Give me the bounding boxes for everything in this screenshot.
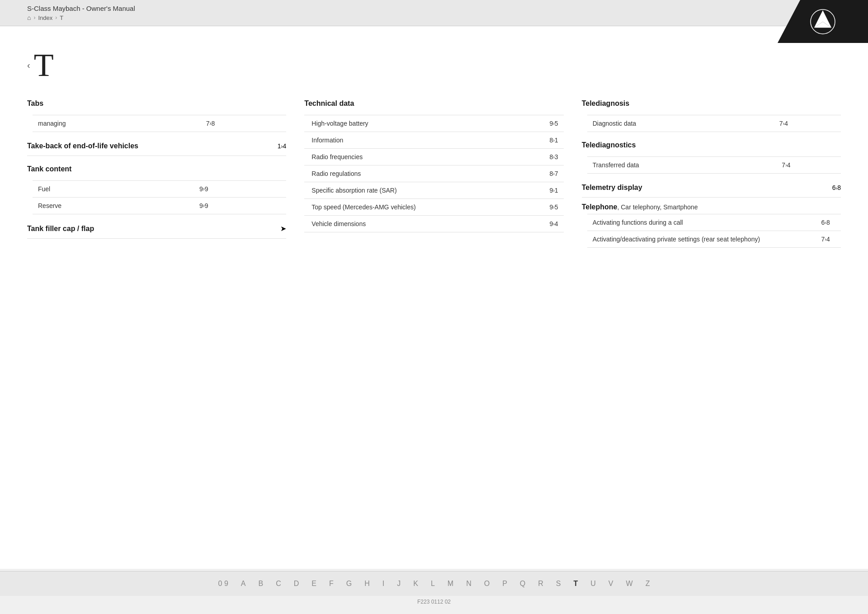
section-takeback-heading: Take-back of end-of-life vehicles [27,142,138,150]
alpha-D[interactable]: D [294,580,299,588]
item-page-information: 8›1 [526,132,563,149]
page-ref: 7›4 [779,120,788,127]
alpha-M[interactable]: M [448,580,453,588]
table-row: Diagnostic data 7›4 [587,115,841,132]
section-telephone-heading: Telephone [582,203,618,211]
index-grid: Tabs managing 7›8 Take-back of end-of-li… [27,99,841,248]
header-left: S-Class Maybach - Owner's Manual ⌂ › Ind… [27,5,135,21]
item-label-activating-private: Activating/deactivating private settings… [587,231,816,248]
breadcrumb-current: T [60,14,63,21]
section-telemetry-heading: Telemetry display [582,184,642,192]
telediagnostics-table: Transferred data 7›4 [587,156,841,174]
alpha-B[interactable]: B [259,580,264,588]
table-row: Transferred data 7›4 [587,157,841,174]
alpha-Q[interactable]: Q [520,580,525,588]
item-label: managing [33,115,201,132]
alpha-W[interactable]: W [626,580,633,588]
breadcrumb: ⌂ › Index › T [27,14,135,21]
page-ref: 8›3 [549,153,558,161]
page-ref: 9›9 [199,185,208,193]
telephone-extra: , Car telephony, Smartphone [617,203,698,211]
section-technical-data-heading: Technical data [304,99,563,108]
section-telediagnosis-heading: Telediagnosis [582,99,841,108]
item-page-radio-reg: 8›7 [526,165,563,182]
table-row: Radio frequencies 8›3 [304,149,563,165]
letter-heading: ‹ T [27,49,841,81]
breadcrumb-sep-2: › [55,14,57,21]
alpha-I[interactable]: I [382,580,384,588]
page-ref: 9›4 [549,220,558,227]
page-ref: 6›8 [821,219,830,226]
footer: F223 0112 02 [0,594,868,609]
page-ref: 7›4 [821,236,830,243]
alpha-Z[interactable]: Z [646,580,650,588]
item-page-reserve: 9›9 [194,198,286,214]
item-page-activating-private: 7›4 [816,231,841,248]
alphabet-bar: 0 9 A B C D E F G H I J K L M N O P Q R … [0,571,868,596]
item-page-diagdata: 7›4 [774,115,841,132]
takeback-page: 1›4 [278,142,287,150]
alpha-S[interactable]: S [556,580,561,588]
item-page-activating-call: 6›8 [816,214,841,231]
table-row: Reserve 9›9 [33,198,286,214]
table-row: Fuel 9›9 [33,181,286,198]
alpha-R[interactable]: R [538,580,543,588]
item-label-topspeed: Top speed (Mercedes-AMG vehicles) [304,199,526,216]
column-2: Technical data High-voltage battery 9›5 … [304,99,563,248]
alpha-N[interactable]: N [466,580,472,588]
section-tabs-heading: Tabs [27,99,286,108]
telephone-section: Telephone, Car telephony, Smartphone [582,198,841,214]
alpha-E[interactable]: E [311,580,316,588]
telemetry-page: 6›8 [832,184,841,191]
alpha-H[interactable]: H [364,580,370,588]
item-page-hvbattery: 9›5 [526,115,563,132]
item-label-transferred: Transferred data [587,157,777,174]
table-row: Radio regulations 8›7 [304,165,563,182]
item-label-reserve: Reserve [33,198,194,214]
alpha-T[interactable]: T [574,580,578,588]
alpha-U[interactable]: U [590,580,596,588]
item-label-fuel: Fuel [33,181,194,198]
item-label-activating-call: Activating functions during a call [587,214,816,231]
table-row: Activating/deactivating private settings… [587,231,841,248]
item-page-sar: 9›1 [526,182,563,199]
section-telediagnostics-heading: Telediagnostics [582,141,841,149]
table-row: Vehicle dimensions 9›4 [304,216,563,232]
item-label-diagdata: Diagnostic data [587,115,774,132]
table-row: Top speed (Mercedes-AMG vehicles) 9›5 [304,199,563,216]
telemetry-row: Telemetry display 6›8 [582,178,841,198]
document-title: S-Class Maybach - Owner's Manual [27,5,135,12]
item-page-transferred: 7›4 [776,157,841,174]
page-ref: 7›8 [206,120,215,127]
tank-content-table: Fuel 9›9 Reserve 9›9 [33,180,286,214]
page-ref: 7›4 [782,161,790,169]
alpha-L[interactable]: L [431,580,435,588]
alpha-F[interactable]: F [329,580,334,588]
home-icon[interactable]: ⌂ [27,14,31,21]
table-row: Activating functions during a call 6›8 [587,214,841,231]
alpha-G[interactable]: G [346,580,352,588]
alpha-A[interactable]: A [241,580,246,588]
page-ref: 9›9 [199,202,208,209]
tabs-table: managing 7›8 [33,115,286,132]
alpha-K[interactable]: K [413,580,418,588]
item-label-radio-reg: Radio regulations [304,165,526,182]
item-label-radio-freq: Radio frequencies [304,149,526,165]
alpha-J[interactable]: J [397,580,401,588]
item-page-radio-freq: 8›3 [526,149,563,165]
alpha-V[interactable]: V [609,580,613,588]
table-row: managing 7›8 [33,115,286,132]
alpha-P[interactable]: P [502,580,507,588]
alpha-C[interactable]: C [276,580,281,588]
tank-filler-arrow: ➤ [280,224,286,233]
prev-letter-arrow[interactable]: ‹ [27,60,30,71]
alpha-O[interactable]: O [484,580,490,588]
alpha-09[interactable]: 0 9 [218,580,228,588]
breadcrumb-index[interactable]: Index [38,14,52,21]
page-ref: 9›5 [549,120,558,127]
table-row: High-voltage battery 9›5 [304,115,563,132]
telediagnosis-table: Diagnostic data 7›4 [587,115,841,132]
header: S-Class Maybach - Owner's Manual ⌂ › Ind… [0,0,868,26]
page-ref: 8›7 [549,170,558,177]
column-3: Telediagnosis Diagnostic data 7›4 Teledi… [582,99,841,248]
